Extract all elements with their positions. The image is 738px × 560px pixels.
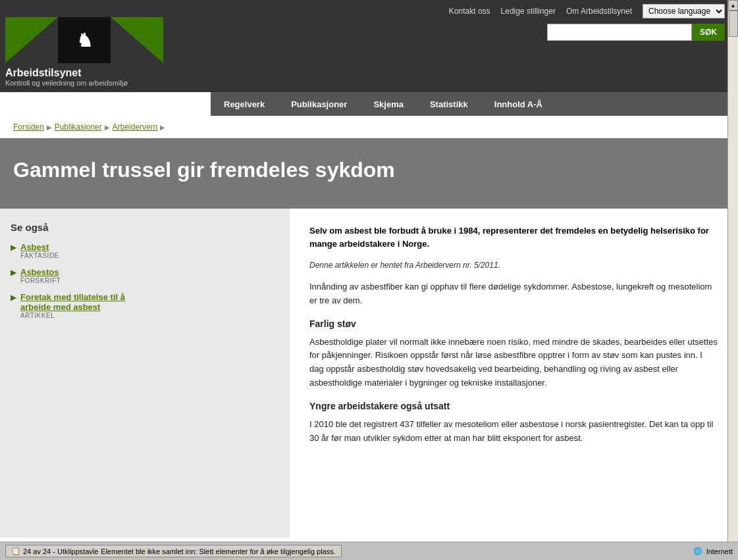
search-bar: SØK <box>547 24 725 41</box>
nav-innhold-aa[interactable]: Innhold A-Å <box>481 92 556 116</box>
sidebar-item-asbest-content: Asbest FAKTASIDE <box>20 242 59 259</box>
site-name: Arbeidstilsynet <box>5 67 211 79</box>
article-heading2: Yngre arbeidstakere også utsatt <box>309 401 718 411</box>
main-nav: Regelverk Publikasjoner Skjema Statistik… <box>211 92 738 116</box>
sidebar-item-foretak: ▶ Foretak med tillatelse til å arbeide m… <box>11 292 134 319</box>
hero-section: Gammel trussel gir fremdeles sykdom <box>0 138 738 209</box>
sidebar: Se også ▶ Asbest FAKTASIDE ▶ Asbestos FO… <box>0 209 145 538</box>
scroll-thumb[interactable] <box>729 11 738 37</box>
search-input[interactable] <box>547 24 692 41</box>
page-title: Gammel trussel gir fremdeles sykdom <box>13 158 725 182</box>
breadcrumb: Forsiden ▶ Publikasjoner ▶ Arbeidervern … <box>0 116 738 138</box>
header: ♞ Arbeidstilsynet Kontroll og veiledning… <box>0 0 738 92</box>
language-select[interactable]: Choose language <box>643 4 725 18</box>
logo-emblem: ♞ <box>58 17 111 63</box>
article-source: Denne artikkelen er hentet fra Arbeiderv… <box>309 261 718 270</box>
sidebar-item-asbestos: ▶ Asbestos FORSKRIFT <box>11 267 134 284</box>
nav-regelverk[interactable]: Regelverk <box>211 92 278 116</box>
article-para1: Innånding av asbestfiber kan gi opphav t… <box>309 280 718 308</box>
breadcrumb-forsiden[interactable]: Forsiden <box>13 122 44 132</box>
article-para3: I 2010 ble det registrert 437 tilfeller … <box>309 418 718 445</box>
foretak-link[interactable]: Foretak med tillatelse til å arbeide med… <box>20 292 134 312</box>
breadcrumb-arbeidervern[interactable]: Arbeidervern <box>113 122 158 132</box>
logo-graphic: ♞ <box>5 17 211 63</box>
nav-skjema[interactable]: Skjema <box>360 92 417 116</box>
sidebar-item-foretak-content: Foretak med tillatelse til å arbeide med… <box>20 292 134 319</box>
logo-green-left <box>5 17 58 63</box>
top-links: Kontakt oss Ledige stillinger Om Arbeids… <box>449 4 725 18</box>
asbest-label: FAKTASIDE <box>20 252 59 259</box>
sidebar-item-asbest: ▶ Asbest FAKTASIDE <box>11 242 134 259</box>
sidebar-arrow-icon: ▶ <box>11 243 16 252</box>
logo-green-right <box>111 17 163 63</box>
lion-icon: ♞ <box>76 30 93 51</box>
sidebar-arrow-icon-3: ▶ <box>11 293 16 302</box>
asbestos-link[interactable]: Asbestos <box>20 267 61 277</box>
foretak-label: ARTIKKEL <box>20 312 134 319</box>
sidebar-title: Se også <box>11 222 134 233</box>
asbestos-label: FORSKRIFT <box>20 277 61 284</box>
search-button[interactable]: SØK <box>692 24 725 41</box>
article-heading1: Farlig støv <box>309 318 718 329</box>
om-arbeidstilsynet-link[interactable]: Om Arbeidstilsynet <box>566 7 632 16</box>
breadcrumb-sep-1: ▶ <box>47 124 52 131</box>
content-wrapper: Se også ▶ Asbest FAKTASIDE ▶ Asbestos FO… <box>0 209 738 538</box>
scroll-up-button[interactable]: ▲ <box>728 0 738 11</box>
asbest-link[interactable]: Asbest <box>20 242 59 252</box>
breadcrumb-publikasjoner[interactable]: Publikasjoner <box>55 122 102 132</box>
breadcrumb-sep-2: ▶ <box>105 124 110 131</box>
sidebar-arrow-icon-2: ▶ <box>11 268 16 277</box>
kontakt-oss-link[interactable]: Kontakt oss <box>449 7 490 16</box>
article-para2: Asbestholdige plater vil normalt ikke in… <box>309 336 718 390</box>
scrollbar[interactable]: ▲ ▼ <box>727 0 738 538</box>
breadcrumb-sep-3: ▶ <box>160 124 165 131</box>
sidebar-item-asbestos-content: Asbestos FORSKRIFT <box>20 267 61 284</box>
header-right: Kontakt oss Ledige stillinger Om Arbeids… <box>211 0 738 92</box>
ledige-stillinger-link[interactable]: Ledige stillinger <box>501 7 556 16</box>
nav-statistikk[interactable]: Statistikk <box>417 92 481 116</box>
scroll-track[interactable] <box>728 11 738 538</box>
site-tagline: Kontroll og veiledning om arbeidsmiljø <box>5 79 211 87</box>
nav-publikasjoner[interactable]: Publikasjoner <box>278 92 360 116</box>
logo-area: ♞ Arbeidstilsynet Kontroll og veiledning… <box>0 0 211 92</box>
main-content: Selv om asbest ble forbudt å bruke i 198… <box>290 209 738 538</box>
article-intro: Selv om asbest ble forbudt å bruke i 198… <box>309 224 718 250</box>
